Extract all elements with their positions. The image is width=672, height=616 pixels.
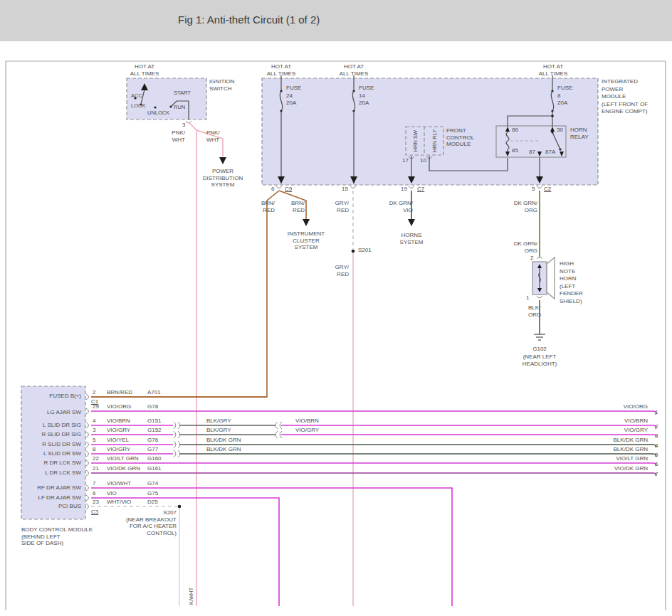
instrument-cluster-system: INSTRUMENT CLUSTER SYSTEM (273, 230, 339, 251)
relay-pin-87a: 87A (545, 149, 555, 156)
right-pin-2: 2 (655, 423, 658, 430)
fuse-8-label: FUSE 8 20A (557, 85, 572, 107)
right-wire-viogry: VIO/GRY (591, 427, 648, 434)
wire-gryred-1: GRY/ RED (329, 200, 349, 213)
wire-blkorg: BLK/ ORG (528, 304, 541, 318)
bcm-circuit-g160: G160 (147, 455, 162, 462)
bcm-pin-7: 7 (93, 480, 95, 487)
right-pin-4: 4 (655, 442, 658, 450)
horn-relay-label: HORN RELAY (570, 127, 589, 140)
ignition-pin-3: 3 (182, 122, 185, 129)
bcm-circuit-g75: G75 (147, 490, 158, 497)
wire-gryred-2: GRY/ RED (329, 264, 349, 277)
wire-pnkwht-left: PNK/ WHT (168, 129, 185, 143)
bcm-pin-8: 8 (93, 446, 95, 453)
wire-dkgrnorg-2: DK GRN/ ORG (505, 240, 537, 254)
splice-s201: S201 (358, 247, 372, 254)
bcm-fn-l-slid-dr-sig: L SLID DR SIG (28, 422, 81, 429)
hrn-sw-label: HRN SW (412, 130, 419, 152)
wire-pnkwht-right: PNK/ WHT (206, 129, 224, 143)
bcm-wire-brnred: BRN/RED (107, 389, 132, 396)
ground-g102: G102 (525, 346, 554, 353)
bcm-wire-whtvio: WHT/VIO (107, 499, 131, 506)
ground-g102-location: (NEAR LEFT HEADLIGHT) (508, 354, 571, 367)
right-pin-1: 1 (655, 409, 658, 416)
relay-pin-30: 30 (557, 127, 563, 134)
wire-dkgrnorg-1: DK GRN/ ORG (505, 200, 537, 213)
ignition-pos-run: RUN (174, 104, 185, 110)
hot-at-all-times-1: HOT AT ALL TIMES (125, 63, 164, 77)
bcm-circuit-g76: G76 (147, 437, 158, 444)
bcm-wire-viogry-2: VIO/GRY (107, 446, 130, 453)
wire-brnred (91, 191, 310, 397)
ignition-switch-box (127, 78, 206, 123)
bcm-circuit-d25: D25 (147, 499, 158, 506)
bcm-row-wires (91, 411, 653, 606)
horn-pin-1: 1 (526, 294, 529, 302)
splice-s207: S207 (NEAR BREAKOUT FOR A/C HEATER CONTR… (107, 509, 177, 536)
integrated-power-module-box (262, 78, 598, 185)
bcm-pin-22: 22 (93, 455, 99, 462)
mid-wire-blkgry-2: BLK/GRY (206, 427, 231, 434)
mid-wire-blkgry-1: BLK/GRY (206, 418, 231, 425)
bcm-circuit-g77: G77 (147, 446, 158, 453)
right-pin-3: 3 (655, 432, 658, 440)
fuse-14-label: FUSE 14 20A (359, 85, 374, 107)
bcm-circuit-g78: G78 (147, 403, 158, 410)
wire-knwht-vertical: K/WHT (188, 588, 194, 605)
bcm-conn-c3: C3 (91, 509, 98, 516)
bcm-wire-vio: VIO (107, 490, 117, 497)
right-wire-viobrn: VIO/BRN (591, 418, 648, 425)
bcm-fn-l-dr-lck-sw: L DR LCK SW (28, 469, 81, 477)
right-wire-blkdkgrn-1: BLK/DK GRN (591, 437, 648, 444)
wire-dkgrnvio: DK GRN/ VIO (379, 200, 413, 213)
mid-wire-viogry: VIO/GRY (295, 427, 319, 434)
mid-wire-blkdkgrn-2: BLK/DK GRN (206, 446, 241, 453)
bcm-fn-r-slid-dr-sw: R SLID DR SW (28, 441, 81, 448)
right-pin-6: 6 (655, 461, 658, 468)
bcm-fn-lg-ajar-sw: LG AJAR SW (28, 409, 81, 416)
right-wire-vioorg: VIO/ORG (591, 403, 648, 410)
bcm-circuit-a701: A701 (147, 389, 161, 396)
bcm-wire-viobrn: VIO/BRN (107, 418, 130, 425)
bcm-wire-viogry-1: VIO/GRY (107, 427, 130, 434)
bcm-fn-pci-bus: PCI BUS (28, 503, 81, 510)
wire-brnred-1: BRN/ RED (255, 200, 275, 213)
bcm-wire-viodkgrn: VIO/DK GRN (107, 465, 140, 472)
high-note-horn-label: HIGH NOTE HORN (LEFT FENDER SHIELD) (560, 260, 583, 305)
bcm-circuit-g152: G152 (147, 427, 162, 434)
bcm-wire-vioorg: VIO/ORG (107, 403, 131, 410)
bcm-fn-fused-b: FUSED B(+) (28, 393, 81, 400)
hrn-rly-label: HRN RLY (431, 129, 438, 152)
fcm-pin-10: 10 (420, 157, 426, 164)
bcm-circuit-g151: G151 (147, 418, 162, 425)
bcm-wire-vioyel: VIO/YEL (107, 437, 129, 444)
horns-system: HORNS SYSTEM (390, 232, 433, 245)
wire-gryred (352, 191, 355, 606)
hot-at-all-times-4: HOT AT ALL TIMES (533, 63, 573, 77)
bcm-pin-3: 3 (93, 427, 95, 434)
ipm-pin-6: 6 (271, 186, 274, 193)
fuse-24-label: FUSE 24 20A (286, 85, 301, 107)
ipm-conn-c9: C9 (285, 186, 292, 193)
right-pin-7: 7 (655, 471, 658, 478)
right-wire-viodkgrn: VIO/DK GRN (591, 465, 648, 472)
ipm-pin-5: 5 (532, 186, 535, 193)
wire-pnkwht (189, 122, 226, 606)
relay-pin-87: 87 (529, 149, 535, 156)
fcm-pin-17: 17 (402, 157, 409, 164)
bcm-fn-l-slid-dr-sw: L SLID DR SW (28, 450, 81, 457)
right-wire-blkdkgrn-2: BLK/DK GRN (591, 446, 648, 453)
bcm-wire-viowht: VIO/WHT (107, 480, 131, 487)
hot-at-all-times-2: HOT AT ALL TIMES (261, 63, 301, 77)
bcm-pin-brackets (86, 394, 89, 509)
ipm-conn-c7: C7 (417, 186, 424, 193)
horn-pin-2: 2 (530, 255, 533, 262)
bcm-pin-4: 4 (93, 418, 95, 425)
right-pin-5: 5 (655, 452, 658, 459)
integrated-power-module-label: INTEGRATED POWER MODULE (LEFT FRONT OF E… (602, 78, 648, 116)
ignition-pos-acc: ACC (131, 92, 142, 99)
bcm-pin-2: 2 (93, 389, 95, 396)
hot-at-all-times-3: HOT AT ALL TIMES (334, 63, 374, 77)
high-note-horn (532, 257, 555, 299)
